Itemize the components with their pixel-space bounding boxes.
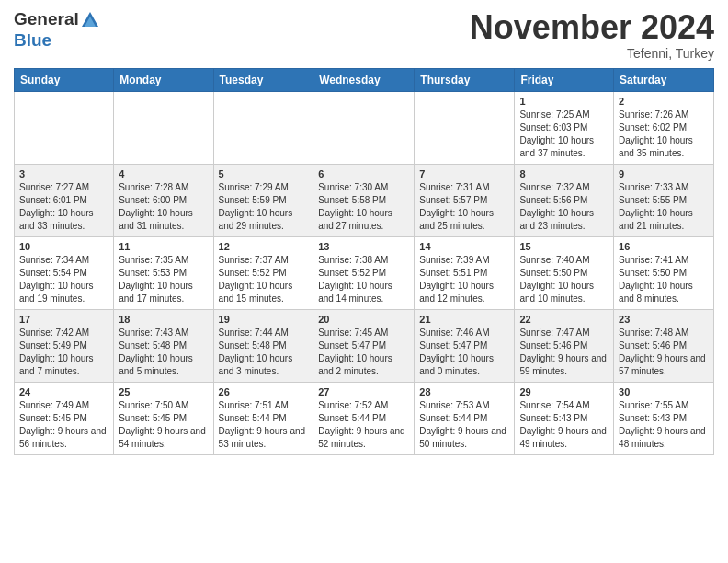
day-number: 23	[619, 314, 709, 325]
calendar-cell: 14Sunrise: 7:39 AMSunset: 5:51 PMDayligh…	[415, 236, 515, 309]
calendar-header-saturday: Saturday	[614, 68, 714, 91]
day-info: Sunrise: 7:45 AMSunset: 5:47 PMDaylight:…	[318, 327, 409, 378]
calendar-cell: 7Sunrise: 7:31 AMSunset: 5:57 PMDaylight…	[415, 164, 515, 236]
calendar-cell	[415, 91, 515, 164]
week-row-1: 1Sunrise: 7:25 AMSunset: 6:03 PMDaylight…	[15, 91, 714, 164]
day-number: 12	[219, 241, 309, 252]
calendar-cell: 12Sunrise: 7:37 AMSunset: 5:52 PMDayligh…	[213, 236, 313, 309]
day-info: Sunrise: 7:28 AMSunset: 6:00 PMDaylight:…	[119, 181, 208, 233]
day-info: Sunrise: 7:29 AMSunset: 5:59 PMDaylight:…	[219, 181, 309, 233]
day-number: 15	[519, 241, 609, 252]
day-info: Sunrise: 7:31 AMSunset: 5:57 PMDaylight:…	[419, 181, 509, 233]
calendar-cell	[114, 91, 213, 164]
title-block: November 2024 Tefenni, Turkey	[470, 9, 714, 61]
logo-text: General Blue	[14, 9, 101, 51]
day-number: 30	[619, 386, 709, 397]
calendar-cell: 21Sunrise: 7:46 AMSunset: 5:47 PMDayligh…	[415, 309, 515, 382]
calendar-header-wednesday: Wednesday	[313, 68, 415, 91]
day-number: 29	[519, 386, 609, 397]
calendar-cell: 3Sunrise: 7:27 AMSunset: 6:01 PMDaylight…	[15, 164, 114, 236]
calendar-header-tuesday: Tuesday	[213, 68, 313, 91]
calendar-cell: 28Sunrise: 7:53 AMSunset: 5:44 PMDayligh…	[415, 382, 515, 454]
calendar-cell	[213, 91, 313, 164]
calendar-cell: 6Sunrise: 7:30 AMSunset: 5:58 PMDaylight…	[313, 164, 415, 236]
day-number: 25	[119, 386, 208, 397]
calendar-cell	[15, 91, 114, 164]
day-info: Sunrise: 7:41 AMSunset: 5:50 PMDaylight:…	[619, 254, 709, 305]
day-info: Sunrise: 7:35 AMSunset: 5:53 PMDaylight:…	[119, 254, 208, 305]
day-number: 20	[318, 314, 409, 325]
day-info: Sunrise: 7:30 AMSunset: 5:58 PMDaylight:…	[318, 181, 409, 233]
day-info: Sunrise: 7:46 AMSunset: 5:47 PMDaylight:…	[419, 327, 509, 378]
day-number: 13	[318, 241, 409, 252]
location: Tefenni, Turkey	[470, 46, 714, 61]
calendar-cell: 2Sunrise: 7:26 AMSunset: 6:02 PMDaylight…	[614, 91, 714, 164]
calendar-cell: 17Sunrise: 7:42 AMSunset: 5:49 PMDayligh…	[15, 309, 114, 382]
day-number: 9	[619, 168, 709, 179]
calendar: SundayMondayTuesdayWednesdayThursdayFrid…	[14, 68, 714, 455]
week-row-5: 24Sunrise: 7:49 AMSunset: 5:45 PMDayligh…	[15, 382, 714, 454]
calendar-cell: 23Sunrise: 7:48 AMSunset: 5:46 PMDayligh…	[614, 309, 714, 382]
day-number: 19	[219, 314, 309, 325]
day-number: 21	[419, 314, 509, 325]
calendar-cell: 1Sunrise: 7:25 AMSunset: 6:03 PMDaylight…	[515, 91, 614, 164]
day-info: Sunrise: 7:54 AMSunset: 5:43 PMDaylight:…	[519, 399, 609, 451]
day-number: 7	[419, 168, 509, 179]
day-info: Sunrise: 7:37 AMSunset: 5:52 PMDaylight:…	[219, 254, 309, 305]
day-number: 24	[19, 386, 108, 397]
calendar-cell: 19Sunrise: 7:44 AMSunset: 5:48 PMDayligh…	[213, 309, 313, 382]
day-number: 27	[318, 386, 409, 397]
day-number: 14	[419, 241, 509, 252]
day-number: 16	[619, 241, 709, 252]
day-info: Sunrise: 7:27 AMSunset: 6:01 PMDaylight:…	[19, 181, 108, 233]
day-info: Sunrise: 7:50 AMSunset: 5:45 PMDaylight:…	[119, 399, 208, 451]
day-number: 10	[19, 241, 108, 252]
calendar-header-monday: Monday	[114, 68, 213, 91]
page: General Blue November 2024 Tefenni, Turk…	[0, 0, 728, 469]
day-number: 5	[219, 168, 309, 179]
day-number: 11	[119, 241, 208, 252]
day-info: Sunrise: 7:48 AMSunset: 5:46 PMDaylight:…	[619, 327, 709, 378]
week-row-4: 17Sunrise: 7:42 AMSunset: 5:49 PMDayligh…	[15, 309, 714, 382]
calendar-cell: 29Sunrise: 7:54 AMSunset: 5:43 PMDayligh…	[515, 382, 614, 454]
calendar-cell: 30Sunrise: 7:55 AMSunset: 5:43 PMDayligh…	[614, 382, 714, 454]
calendar-cell: 9Sunrise: 7:33 AMSunset: 5:55 PMDaylight…	[614, 164, 714, 236]
day-info: Sunrise: 7:32 AMSunset: 5:56 PMDaylight:…	[519, 181, 609, 233]
day-number: 18	[119, 314, 208, 325]
day-number: 26	[219, 386, 309, 397]
day-info: Sunrise: 7:44 AMSunset: 5:48 PMDaylight:…	[219, 327, 309, 378]
day-number: 3	[19, 168, 108, 179]
calendar-cell: 25Sunrise: 7:50 AMSunset: 5:45 PMDayligh…	[114, 382, 213, 454]
calendar-cell: 8Sunrise: 7:32 AMSunset: 5:56 PMDaylight…	[515, 164, 614, 236]
day-number: 1	[519, 96, 609, 107]
calendar-cell: 13Sunrise: 7:38 AMSunset: 5:52 PMDayligh…	[313, 236, 415, 309]
day-info: Sunrise: 7:43 AMSunset: 5:48 PMDaylight:…	[119, 327, 208, 378]
calendar-cell: 20Sunrise: 7:45 AMSunset: 5:47 PMDayligh…	[313, 309, 415, 382]
calendar-cell: 27Sunrise: 7:52 AMSunset: 5:44 PMDayligh…	[313, 382, 415, 454]
logo: General Blue	[14, 9, 101, 51]
day-info: Sunrise: 7:51 AMSunset: 5:44 PMDaylight:…	[219, 399, 309, 451]
month-title: November 2024	[470, 9, 714, 46]
calendar-header-friday: Friday	[515, 68, 614, 91]
logo-general: General	[14, 9, 79, 29]
day-info: Sunrise: 7:26 AMSunset: 6:02 PMDaylight:…	[619, 109, 709, 160]
calendar-cell: 10Sunrise: 7:34 AMSunset: 5:54 PMDayligh…	[15, 236, 114, 309]
day-number: 8	[519, 168, 609, 179]
day-number: 17	[19, 314, 108, 325]
day-number: 6	[318, 168, 409, 179]
day-info: Sunrise: 7:53 AMSunset: 5:44 PMDaylight:…	[419, 399, 509, 451]
logo-blue: Blue	[14, 30, 101, 51]
header: General Blue November 2024 Tefenni, Turk…	[14, 9, 714, 61]
day-info: Sunrise: 7:52 AMSunset: 5:44 PMDaylight:…	[318, 399, 409, 451]
calendar-cell: 4Sunrise: 7:28 AMSunset: 6:00 PMDaylight…	[114, 164, 213, 236]
day-number: 28	[419, 386, 509, 397]
calendar-cell: 18Sunrise: 7:43 AMSunset: 5:48 PMDayligh…	[114, 309, 213, 382]
day-info: Sunrise: 7:39 AMSunset: 5:51 PMDaylight:…	[419, 254, 509, 305]
day-info: Sunrise: 7:33 AMSunset: 5:55 PMDaylight:…	[619, 181, 709, 233]
week-row-2: 3Sunrise: 7:27 AMSunset: 6:01 PMDaylight…	[15, 164, 714, 236]
logo-icon	[80, 10, 100, 30]
week-row-3: 10Sunrise: 7:34 AMSunset: 5:54 PMDayligh…	[15, 236, 714, 309]
day-info: Sunrise: 7:55 AMSunset: 5:43 PMDaylight:…	[619, 399, 709, 451]
day-number: 22	[519, 314, 609, 325]
calendar-header-sunday: Sunday	[15, 68, 114, 91]
